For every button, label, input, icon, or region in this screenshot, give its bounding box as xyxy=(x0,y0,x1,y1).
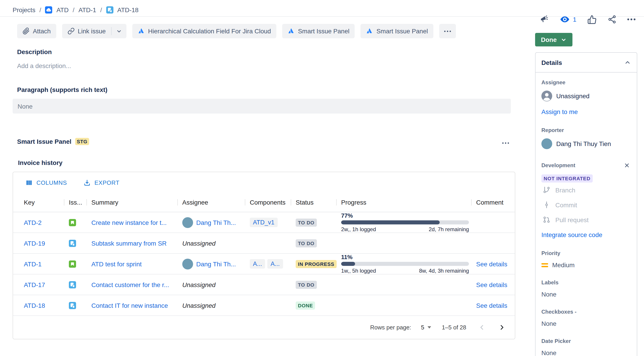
column-header-assignee[interactable]: Assignee xyxy=(182,199,250,206)
app-button-hierarchical-calculation[interactable]: Hierarchical Calculation Field For Jira … xyxy=(132,24,276,38)
component-link[interactable]: A... xyxy=(271,260,280,267)
issue-key-link[interactable]: ATD-1 xyxy=(24,260,42,267)
component-chip[interactable]: ATD_v1 xyxy=(250,218,278,227)
column-header-progress[interactable]: Progress xyxy=(341,199,476,206)
paragraph-field-value[interactable]: None xyxy=(12,99,511,114)
pull-request-label: Pull request xyxy=(555,216,589,223)
avatar xyxy=(182,217,193,228)
assignee-unassigned: Unassigned xyxy=(182,281,216,288)
issue-summary-link[interactable]: Contact IT for new instance xyxy=(91,302,168,309)
checkboxes-field[interactable]: None xyxy=(542,320,631,327)
create-pull-request-item[interactable]: Pull request xyxy=(542,212,631,227)
more-horizontal-icon xyxy=(627,19,636,20)
see-details-link[interactable]: See details xyxy=(476,281,508,288)
panel-more-button[interactable] xyxy=(500,136,511,147)
create-branch-item[interactable]: Branch xyxy=(542,183,631,197)
column-header-summary[interactable]: Summary xyxy=(91,199,182,206)
app-button-smart-issue-panel-2[interactable]: Smart Issue Panel xyxy=(361,24,434,38)
date-picker-field[interactable]: None xyxy=(542,349,631,356)
issue-key-link[interactable]: ATD-18 xyxy=(24,302,45,309)
labels-value: None xyxy=(542,291,556,298)
priority-label: Priority xyxy=(542,250,631,256)
table-row: ATD-18 Contact IT for new instance Unass… xyxy=(13,295,515,316)
share-button[interactable] xyxy=(608,15,616,24)
create-commit-item[interactable]: Commit xyxy=(542,197,631,212)
integrate-source-code-link[interactable]: Integrate source code xyxy=(542,231,602,238)
breadcrumb-projects-link[interactable]: Projects xyxy=(12,6,35,14)
breadcrumb: Projects / ATD / ATD-1 / ATD-18 xyxy=(0,0,644,15)
column-header-comment[interactable]: Comment xyxy=(476,199,515,206)
link-issue-dropdown-button[interactable] xyxy=(112,24,126,38)
see-details-link[interactable]: See details xyxy=(476,302,508,309)
export-icon xyxy=(83,179,91,186)
attach-button[interactable]: Attach xyxy=(17,24,56,38)
component-link[interactable]: ATD_v1 xyxy=(253,219,274,226)
assignee-link[interactable]: Dang Thi Th... xyxy=(196,260,236,267)
breadcrumb-current-issue-link[interactable]: ATD-18 xyxy=(117,6,138,14)
status-done-label: Done xyxy=(541,36,557,43)
assignee-label: Assignee xyxy=(542,79,631,86)
feedback-button[interactable] xyxy=(539,15,548,24)
assign-to-me-link[interactable]: Assign to me xyxy=(542,108,578,115)
issue-key-link[interactable]: ATD-2 xyxy=(24,219,42,226)
reporter-field[interactable]: Dang Thi Thuy Tien xyxy=(542,138,631,149)
column-header-status[interactable]: Status xyxy=(296,199,341,206)
issue-summary-link[interactable]: Subtask summary from SR xyxy=(91,240,167,247)
vote-button[interactable] xyxy=(587,15,597,24)
component-chip[interactable]: A... xyxy=(268,259,283,269)
checkboxes-value: None xyxy=(542,320,556,327)
chevron-right-icon xyxy=(498,323,506,331)
columns-button[interactable]: COLUMNS xyxy=(22,178,70,187)
priority-value: Medium xyxy=(552,261,575,269)
details-title: Details xyxy=(542,59,562,66)
more-apps-button[interactable] xyxy=(439,24,456,38)
branch-icon xyxy=(543,186,550,194)
see-details-link[interactable]: See details xyxy=(476,260,508,267)
breadcrumb-separator: / xyxy=(100,6,102,14)
column-header-issuetype[interactable]: Iss... xyxy=(69,199,91,206)
atlassian-logo-icon xyxy=(138,28,145,35)
breadcrumb-project-link[interactable]: ATD xyxy=(56,6,69,14)
avatar xyxy=(542,138,552,149)
subtask-icon xyxy=(69,302,76,309)
priority-field[interactable]: Medium xyxy=(542,261,631,269)
previous-page-button[interactable] xyxy=(477,323,486,332)
status-badge: TO DO xyxy=(296,280,316,289)
component-chip[interactable]: A... xyxy=(250,259,265,269)
close-icon[interactable] xyxy=(623,161,631,169)
export-button[interactable]: EXPORT xyxy=(80,178,122,187)
issue-summary-link[interactable]: Contact customer for the r... xyxy=(91,281,169,288)
atlassian-logo-icon xyxy=(288,28,295,35)
labels-field[interactable]: None xyxy=(542,291,631,298)
assignee-field[interactable]: Unassigned xyxy=(542,91,631,101)
column-header-key[interactable]: Key xyxy=(13,199,69,206)
issue-summary-link[interactable]: Create new instance for t... xyxy=(91,219,167,226)
issue-key-link[interactable]: ATD-17 xyxy=(24,281,45,288)
more-horizontal-icon xyxy=(502,142,509,144)
issue-summary-link[interactable]: ATD test for sprint xyxy=(91,260,142,267)
watch-button[interactable]: 1 xyxy=(560,14,576,25)
progress: 11% 1w,, 5h logged 8w, 4d, 3h remaining xyxy=(341,254,469,274)
project-avatar-icon xyxy=(45,6,52,14)
issue-key-link[interactable]: ATD-19 xyxy=(24,240,45,247)
status-badge: DONE xyxy=(296,301,315,309)
description-placeholder[interactable]: Add a description... xyxy=(17,62,515,69)
progress-logged: 2w,, 1h logged xyxy=(341,226,376,233)
story-icon xyxy=(69,260,76,267)
status-done-button[interactable]: Done xyxy=(535,33,572,46)
more-actions-button[interactable] xyxy=(627,19,636,20)
description-title: Description xyxy=(17,48,515,55)
rows-per-page-select[interactable]: 5 xyxy=(421,324,431,331)
thumbs-up-icon xyxy=(587,15,597,24)
assignee-link[interactable]: Dang Thi Th... xyxy=(196,219,236,226)
checkboxes-label: Checkboxes - xyxy=(542,309,631,315)
watch-eye-icon xyxy=(560,14,570,25)
component-link[interactable]: A... xyxy=(253,260,262,267)
app-button-smart-issue-panel-1[interactable]: Smart Issue Panel xyxy=(282,24,355,38)
link-issue-button[interactable]: Link issue xyxy=(62,24,111,38)
breadcrumb-parent-issue-link[interactable]: ATD-1 xyxy=(78,6,96,14)
column-header-components[interactable]: Components xyxy=(250,199,296,206)
status-badge: IN PROGRESS xyxy=(296,260,337,268)
details-panel-header[interactable]: Details xyxy=(536,53,637,73)
next-page-button[interactable] xyxy=(497,323,507,332)
